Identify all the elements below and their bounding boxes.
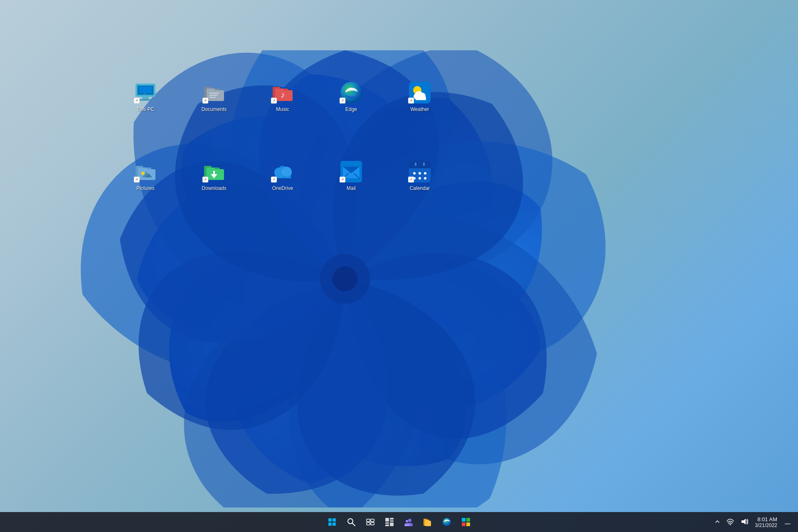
desktop-icon-downloads[interactable]: ↗ Downloads [195,160,233,192]
svg-rect-109 [466,522,470,526]
desktop-icon-onedrive[interactable]: ↗ OneDrive [264,160,301,192]
search-icon [347,518,355,526]
desktop-icon-documents[interactable]: ↗ Documents [195,81,233,113]
file-explorer-button[interactable] [419,514,436,530]
edge-icon: ↗ [340,81,363,104]
svg-point-74 [419,172,421,175]
svg-text:↗: ↗ [204,99,207,103]
desktop-icon-this-pc[interactable]: ↗ This PC [127,81,164,113]
calendar-label: Calendar [408,185,432,192]
svg-point-110 [729,524,731,525]
svg-point-78 [424,177,426,180]
svg-rect-92 [371,522,374,525]
svg-point-77 [419,177,421,180]
documents-label: Documents [200,106,229,113]
desktop-icon-edge[interactable]: ↗ Edge [332,81,370,113]
notification-icon[interactable] [782,517,793,527]
svg-rect-7 [139,86,152,94]
mail-icon: ↗ [340,160,363,183]
svg-marker-111 [741,519,746,525]
svg-point-73 [413,172,416,175]
documents-icon: ↗ [202,81,226,104]
svg-rect-17 [209,97,216,98]
downloads-icon: ↗ [202,160,226,183]
svg-text:♪: ♪ [281,90,285,99]
svg-rect-41 [138,167,146,170]
search-button[interactable] [343,514,360,530]
edge-label: Edge [344,106,359,113]
svg-rect-98 [390,522,394,526]
svg-text:↗: ↗ [272,177,276,182]
svg-rect-108 [462,522,466,526]
clock-area[interactable]: 8:01 AM 3/21/2022 [752,515,781,530]
svg-rect-93 [385,518,389,522]
start-icon [328,518,336,526]
svg-point-87 [348,519,353,524]
volume-icon[interactable] [739,516,750,528]
svg-rect-104 [425,520,429,522]
store-icon [461,517,470,527]
svg-rect-89 [367,519,370,522]
taskbar-right: 8:01 AM 3/21/2022 [713,515,793,530]
svg-rect-95 [390,520,394,522]
svg-rect-5 [140,99,151,101]
svg-rect-15 [209,93,219,94]
weather-label: Weather [409,106,431,113]
svg-rect-94 [390,518,394,520]
svg-rect-90 [371,519,374,522]
teams-button[interactable] [400,514,417,530]
svg-rect-14 [207,89,215,91]
file-explorer-icon [423,517,432,527]
svg-point-99 [408,519,411,522]
start-button[interactable] [324,514,340,530]
desktop-icon-calendar[interactable]: ↗ Calendar [401,160,438,192]
svg-rect-85 [328,522,332,526]
store-button[interactable] [458,514,474,530]
edge-taskbar-button[interactable] [438,514,455,530]
svg-rect-106 [462,518,466,522]
svg-line-88 [352,523,355,526]
mail-label: Mail [345,185,357,192]
this-pc-icon: ↗ [134,81,157,104]
system-tray [713,516,750,528]
desktop-icon-weather[interactable]: ↗ Weather [401,81,438,113]
svg-rect-16 [209,95,217,96]
svg-rect-112 [785,523,791,525]
desktop-icon-pictures[interactable]: ↗ Pictures [127,160,164,192]
wifi-icon [727,518,734,525]
svg-rect-96 [385,522,389,524]
taskbar-center [324,514,474,530]
onedrive-icon: ↗ [271,160,294,183]
task-view-button[interactable] [362,514,379,530]
svg-rect-107 [466,518,470,522]
svg-rect-91 [367,522,370,525]
this-pc-label: This PC [135,106,156,113]
bell-icon [785,519,791,525]
svg-point-60 [282,167,292,177]
svg-text:↗: ↗ [409,99,413,103]
svg-rect-83 [328,518,332,522]
teams-icon [404,517,413,527]
svg-text:↗: ↗ [204,177,207,182]
weather-icon: ↗ [408,81,431,104]
svg-text:↗: ↗ [272,99,276,103]
taskbar: 8:01 AM 3/21/2022 [0,512,798,532]
svg-point-44 [141,172,145,175]
svg-text:↗: ↗ [135,177,138,182]
network-icon[interactable] [724,516,736,528]
svg-rect-72 [409,166,431,168]
onedrive-label: OneDrive [271,185,295,192]
svg-point-75 [424,172,426,175]
pictures-label: Pictures [135,185,156,192]
pictures-icon: ↗ [134,160,157,183]
svg-text:↗: ↗ [409,177,413,182]
desktop-icon-mail[interactable]: ↗ Mail [332,160,370,192]
chevron-up-icon [715,519,720,524]
tray-chevron[interactable] [713,517,722,527]
widgets-button[interactable] [381,514,398,530]
task-view-icon [366,518,374,526]
svg-rect-80 [423,163,425,166]
desktop-icon-music[interactable]: ♪ ↗ Music [264,81,301,113]
music-label: Music [274,106,291,113]
calendar-icon: ↗ [408,160,431,183]
